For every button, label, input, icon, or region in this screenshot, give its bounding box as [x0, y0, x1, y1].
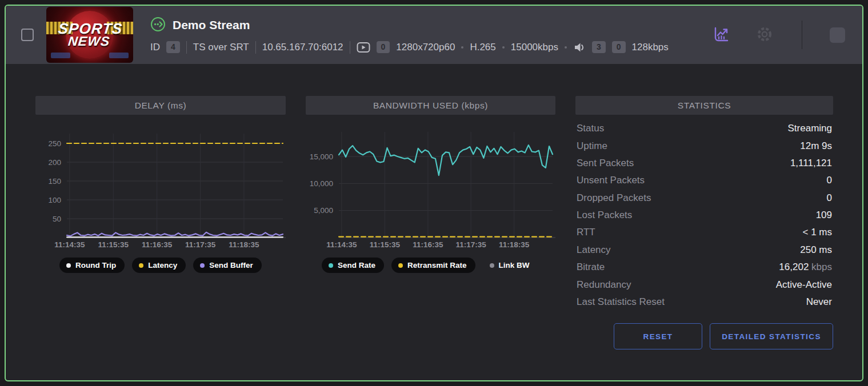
stream-header: SPORTS NEWS Demo Stream ID 4 [6, 6, 862, 64]
audio-icon [573, 41, 586, 54]
legend-item-send-rate[interactable]: Send Rate [322, 258, 384, 273]
svg-text:15,000: 15,000 [310, 152, 333, 161]
svg-text:11:16:35: 11:16:35 [413, 240, 443, 249]
video-icon [357, 41, 370, 54]
legend-label: Send Rate [338, 261, 375, 270]
legend-label: Retransmit Rate [407, 261, 467, 270]
stat-label: Status [577, 123, 604, 134]
stat-row: Uptime12m 9s [575, 137, 833, 154]
stream-thumbnail: SPORTS NEWS [46, 7, 133, 63]
legend-item-round-trip[interactable]: Round Trip [59, 258, 125, 273]
thumbnail-caption: SPORTS NEWS [46, 7, 133, 63]
legend-item-latency[interactable]: Latency [132, 258, 186, 273]
select-stream-checkbox[interactable] [21, 29, 34, 41]
stat-label: Dropped Packets [577, 192, 651, 204]
audio-track-badge-2: 0 [612, 41, 626, 53]
stat-value: Streaming [788, 123, 832, 134]
stop-stream-button[interactable] [830, 27, 845, 43]
svg-text:11:15:35: 11:15:35 [98, 240, 129, 249]
statistics-panel-title: STATISTICS [575, 96, 833, 115]
statistics-panel: STATISTICS StatusStreamingUptime12m 9sSe… [575, 96, 833, 380]
stat-label: Latency [577, 244, 611, 256]
stream-info: Demo Stream ID 4 TS over SRT 10.65.167.7… [150, 17, 669, 54]
statistics-view-button[interactable] [711, 25, 731, 46]
stream-card: SPORTS NEWS Demo Stream ID 4 [5, 5, 863, 381]
legend-dot [66, 263, 71, 268]
stat-row: Sent Packets1,111,121 [575, 155, 833, 172]
bandwidth-chart: 5,00010,00015,00011:14:3511:15:3511:16:3… [306, 115, 555, 253]
settings-button[interactable] [755, 25, 774, 46]
legend-label: Round Trip [75, 261, 116, 270]
legend-item-retransmit-rate[interactable]: Retransmit Rate [391, 258, 475, 273]
legend-label: Latency [148, 261, 177, 270]
stat-label: Bitrate [577, 262, 605, 273]
stat-value: 12m 9s [800, 140, 832, 152]
stat-label: Redundancy [577, 279, 631, 291]
stat-value: 16,202 kbps [779, 262, 832, 273]
statistics-rows: StatusStreamingUptime12m 9sSent Packets1… [575, 120, 833, 311]
stat-label: Uptime [577, 140, 607, 152]
stat-row: Lost Packets109 [575, 207, 833, 224]
codec-label: H.265 [470, 42, 495, 53]
svg-text:11:17:35: 11:17:35 [455, 240, 486, 249]
bandwidth-panel: BANDWIDTH USED (kbps) 5,00010,00015,0001… [306, 96, 555, 380]
legend-dot [200, 263, 205, 268]
stat-value: 250 ms [800, 244, 832, 256]
stat-value: < 1 ms [803, 227, 833, 238]
audio-track-badge-1: 3 [592, 41, 606, 53]
bandwidth-panel-title: BANDWIDTH USED (kbps) [306, 96, 555, 115]
separator [255, 41, 256, 54]
stat-row: Last Statistics ResetNever [575, 293, 833, 311]
video-track-badge: 0 [377, 41, 390, 53]
stat-label: Sent Packets [577, 158, 634, 169]
svg-text:150: 150 [48, 177, 61, 186]
protocol-label: TS over SRT [193, 42, 249, 53]
svg-text:11:14:35: 11:14:35 [54, 240, 85, 249]
dot-separator [461, 46, 463, 49]
stat-row: Dropped Packets0 [575, 190, 833, 207]
stream-address: 10.65.167.70:6012 [262, 42, 343, 53]
legend-label: Link BW [499, 261, 530, 270]
svg-text:250: 250 [48, 139, 61, 148]
stat-label: Unsent Packets [577, 175, 645, 186]
svg-text:200: 200 [48, 158, 61, 167]
svg-text:50: 50 [53, 215, 61, 223]
stat-row: RedundancyActive-Active [575, 276, 833, 293]
legend-item-link-bw[interactable]: Link BW [483, 258, 538, 273]
dot-separator [502, 46, 505, 49]
stream-meta: ID 4 TS over SRT 10.65.167.70:6012 0 128… [150, 41, 669, 54]
reset-button[interactable]: RESET [614, 323, 702, 349]
legend-label: Send Buffer [209, 261, 253, 270]
id-badge: 4 [166, 41, 180, 53]
actions-divider [802, 21, 802, 49]
resolution-label: 1280x720p60 [396, 42, 455, 53]
stat-value: Never [806, 296, 832, 308]
delay-panel-title: DELAY (ms) [35, 96, 286, 115]
stat-value: 0 [827, 175, 832, 186]
svg-text:11:16:35: 11:16:35 [142, 240, 173, 249]
svg-text:11:17:35: 11:17:35 [185, 240, 216, 249]
delay-chart: 5010015020025011:14:3511:15:3511:16:3511… [35, 115, 286, 253]
separator [186, 41, 187, 54]
separator [350, 41, 350, 54]
stat-row: RTT< 1 ms [575, 224, 833, 241]
legend-dot [398, 263, 403, 268]
svg-text:5,000: 5,000 [314, 206, 333, 215]
legend-dot [329, 263, 333, 268]
audio-bitrate-label: 128kbps [632, 42, 669, 53]
stat-row: Unsent Packets0 [575, 172, 833, 189]
detailed-statistics-button[interactable]: DETAILED STATISTICS [710, 323, 833, 349]
series-send-rate [339, 145, 553, 175]
statistics-buttons: RESET DETAILED STATISTICS [575, 323, 833, 349]
delay-panel: DELAY (ms) 5010015020025011:14:3511:15:3… [35, 96, 286, 380]
stream-detail-body: DELAY (ms) 5010015020025011:14:3511:15:3… [6, 64, 862, 380]
chart-icon [711, 25, 731, 46]
legend-item-send-buffer[interactable]: Send Buffer [193, 258, 262, 273]
stat-row: Latency250 ms [575, 242, 833, 259]
stat-label: Last Statistics Reset [577, 296, 665, 308]
stat-label: RTT [577, 227, 595, 238]
stat-row: StatusStreaming [575, 120, 833, 137]
stat-value: Active-Active [776, 279, 832, 291]
header-actions [711, 21, 845, 49]
streaming-status-icon [150, 17, 166, 34]
